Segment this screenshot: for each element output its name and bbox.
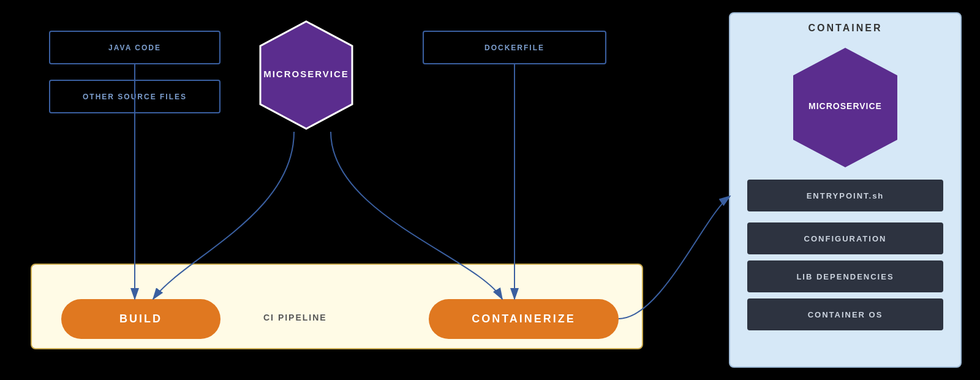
- dockerfile-label: DOCKERFILE: [484, 44, 545, 52]
- configuration-bar: CONFIGURATION: [747, 222, 943, 254]
- lib-dependencies-bar: LIB DEPENDENCIES: [747, 260, 943, 292]
- java-code-label: JAVA CODE: [108, 44, 161, 52]
- java-code-box: JAVA CODE: [49, 31, 221, 64]
- containerize-button[interactable]: CONTAINERIZE: [429, 299, 619, 339]
- entrypoint-bar: ENTRYPOINT.sh: [747, 180, 943, 211]
- container-panel: CONTAINER MICROSERVICE ENTRYPOINT.sh CON…: [729, 12, 962, 368]
- dockerfile-box: DOCKERFILE: [423, 31, 606, 64]
- container-os-bar: CONTAINER OS: [747, 298, 943, 330]
- microservice-hex-container: MICROSERVICE: [790, 45, 900, 167]
- configuration-label: CONFIGURATION: [804, 234, 887, 243]
- build-label: BUILD: [119, 313, 162, 325]
- microservice-left-label: MICROSERVICE: [263, 69, 349, 79]
- microservice-hex-left: MICROSERVICE: [257, 18, 355, 129]
- other-source-label: OTHER SOURCE FILES: [83, 93, 187, 101]
- containerize-label: CONTAINERIZE: [472, 313, 576, 325]
- container-microservice-label: MICROSERVICE: [809, 101, 882, 111]
- other-source-box: OTHER SOURCE FILES: [49, 80, 221, 113]
- diagram-area: JAVA CODE OTHER SOURCE FILES DOCKERFILE …: [0, 0, 980, 380]
- container-title: CONTAINER: [809, 23, 883, 34]
- lib-dependencies-label: LIB DEPENDENCIES: [796, 272, 894, 281]
- container-os-label: CONTAINER OS: [808, 310, 883, 319]
- ci-pipeline-label: CI PIPELINE: [263, 313, 327, 322]
- entrypoint-label: ENTRYPOINT.sh: [807, 191, 884, 200]
- build-button[interactable]: BUILD: [61, 299, 221, 339]
